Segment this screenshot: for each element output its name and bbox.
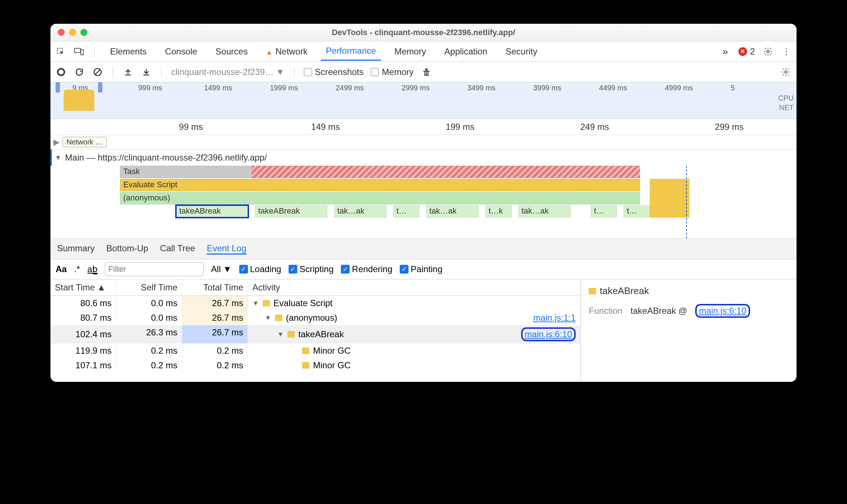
table-row[interactable]: 80.6 ms0.0 ms26.7 ms▼Evaluate Script [50, 296, 580, 311]
flame-bar-call[interactable]: tak…ak [518, 205, 571, 218]
collect-garbage-button[interactable] [421, 67, 432, 78]
btab-call-tree[interactable]: Call Tree [160, 243, 195, 255]
flame-chart[interactable]: Task Evaluate Script (anonymous) takeABr… [50, 166, 797, 239]
table-body: 80.6 ms0.0 ms26.7 ms▼Evaluate Script80.7… [50, 296, 580, 373]
tab-application[interactable]: Application [439, 43, 492, 60]
script-icon [302, 362, 309, 369]
tab-network[interactable]: Network [261, 43, 313, 60]
col-activity[interactable]: Activity [248, 279, 580, 296]
flame-bar-extra[interactable] [650, 179, 689, 218]
tab-memory[interactable]: Memory [389, 43, 431, 60]
filter-painting-checkbox[interactable]: ✓Painting [400, 264, 443, 274]
col-total-time[interactable]: Total Time [182, 279, 248, 296]
source-link[interactable]: main.js:1:1 [533, 313, 576, 323]
col-start-time[interactable]: Start Time▲ [50, 279, 116, 296]
network-track-header[interactable]: ▶ Network … [50, 135, 797, 150]
expand-icon[interactable]: ▼ [277, 331, 284, 338]
level-selector[interactable]: All ▼ [211, 264, 231, 274]
overview-net-label: NET [778, 103, 794, 112]
download-profile-button[interactable] [141, 67, 152, 78]
table-row[interactable]: 107.1 ms0.2 ms0.2 msMinor GC [50, 358, 580, 373]
filter-input[interactable] [105, 262, 204, 276]
cell-total-time: 26.7 ms [182, 296, 248, 311]
main-thread-title: Main — https://clinquant-mousse-2f2396.n… [65, 153, 267, 163]
cell-self-time: 0.0 ms [116, 296, 182, 311]
filter-scripting-checkbox[interactable]: ✓Scripting [289, 264, 334, 274]
svg-rect-2 [81, 50, 83, 55]
flame-bar-call[interactable]: tak…ak [426, 205, 479, 218]
tab-elements[interactable]: Elements [105, 43, 152, 60]
cell-activity: ▼takeABreakmain.js:6:10 [248, 325, 580, 343]
filter-scripting-label: Scripting [300, 264, 334, 274]
flame-bar-call[interactable]: t… [393, 205, 419, 218]
cell-start-time: 80.7 ms [50, 311, 116, 325]
overview-tick: 5 [731, 84, 797, 92]
inspect-icon[interactable] [56, 46, 66, 57]
capture-settings-gear-icon[interactable] [780, 67, 791, 78]
filter-loading-checkbox[interactable]: ✓Loading [239, 264, 281, 274]
btab-bottom-up[interactable]: Bottom-Up [106, 243, 148, 255]
table-header: Start Time▲ Self Time Total Time Activit… [50, 279, 580, 296]
cell-activity: ▼(anonymous)main.js:1:1 [248, 311, 580, 325]
axis-tick: 149 ms [258, 122, 393, 132]
separator [161, 66, 162, 78]
details-source-link[interactable]: main.js:6:10 [695, 304, 750, 318]
overview-range-handle-right[interactable] [98, 82, 102, 93]
separator [113, 66, 113, 78]
source-link[interactable]: main.js:6:10 [521, 327, 576, 341]
filter-loading-label: Loading [250, 264, 281, 274]
upload-profile-button[interactable] [123, 67, 133, 78]
screenshots-checkbox[interactable]: Screenshots [304, 67, 364, 77]
tab-performance[interactable]: Performance [321, 42, 381, 61]
tabs-overflow-button[interactable]: » [720, 44, 730, 59]
memory-checkbox-input[interactable] [371, 68, 379, 76]
btab-event-log[interactable]: Event Log [207, 243, 246, 255]
flame-bar-call[interactable]: t…k [485, 205, 512, 218]
overview-range-handle-left[interactable] [56, 82, 60, 93]
screenshots-checkbox-input[interactable] [304, 68, 312, 76]
col-self-time[interactable]: Self Time [116, 279, 182, 296]
cell-self-time: 0.2 ms [116, 358, 182, 373]
sort-asc-icon: ▲ [97, 282, 106, 293]
overview-tick: 1999 ms [270, 84, 336, 92]
svg-rect-1 [75, 48, 80, 53]
regex-toggle[interactable]: .* [74, 264, 80, 274]
flame-bar-call[interactable]: takeABreak [255, 205, 327, 218]
device-toggle-icon[interactable] [74, 46, 84, 57]
network-label-text: Network … [67, 138, 103, 146]
event-log-table: Start Time▲ Self Time Total Time Activit… [50, 279, 581, 382]
table-row[interactable]: 80.7 ms0.0 ms26.7 ms▼(anonymous)main.js:… [50, 311, 580, 325]
kebab-menu-icon[interactable]: ⋮ [781, 46, 791, 57]
filter-rendering-checkbox[interactable]: ✓Rendering [341, 264, 392, 274]
btab-summary[interactable]: Summary [57, 243, 95, 255]
flame-bar-call[interactable]: t… [624, 205, 650, 218]
flame-bar-anonymous[interactable]: (anonymous) [120, 192, 640, 204]
flame-bar-takeabreak-selected[interactable]: takeABreak [176, 205, 248, 218]
flame-bar-call[interactable]: t… [591, 205, 617, 218]
flame-cursor-line [686, 166, 687, 238]
settings-gear-icon[interactable] [763, 46, 773, 57]
record-button[interactable] [56, 67, 67, 78]
tab-sources[interactable]: Sources [210, 43, 253, 60]
case-toggle[interactable]: Aa [56, 264, 67, 274]
table-row[interactable]: 102.4 ms26.3 ms26.7 ms▼takeABreakmain.js… [50, 325, 580, 343]
table-row[interactable]: 119.9 ms0.2 ms0.2 msMinor GC [50, 343, 580, 358]
overview-tick: 4499 ms [599, 84, 665, 92]
profile-selector-dropdown[interactable]: clinquant-mousse-2f239… ▼ [171, 67, 285, 77]
expand-icon[interactable]: ▼ [265, 314, 271, 322]
whole-word-toggle[interactable]: ab̲ [87, 264, 98, 274]
clear-button[interactable] [92, 67, 103, 78]
memory-checkbox[interactable]: Memory [371, 67, 414, 77]
main-thread-header[interactable]: ▼ Main — https://clinquant-mousse-2f2396… [50, 150, 797, 166]
flame-bar-call[interactable]: tak…ak [334, 205, 387, 218]
reload-record-button[interactable] [74, 67, 85, 78]
flame-bar-evaluate-script[interactable]: Evaluate Script [120, 179, 640, 191]
error-badge[interactable]: ✕ 2 [738, 46, 755, 57]
details-title: takeABreak [600, 285, 649, 297]
tab-security[interactable]: Security [501, 43, 543, 60]
timeline-overview[interactable]: 9 ms 999 ms 1499 ms 1999 ms 2499 ms 2999… [50, 82, 797, 119]
tab-console[interactable]: Console [160, 43, 202, 60]
level-selector-label: All [211, 264, 221, 274]
chevron-down-icon: ▼ [276, 67, 285, 77]
expand-icon[interactable]: ▼ [252, 300, 259, 307]
